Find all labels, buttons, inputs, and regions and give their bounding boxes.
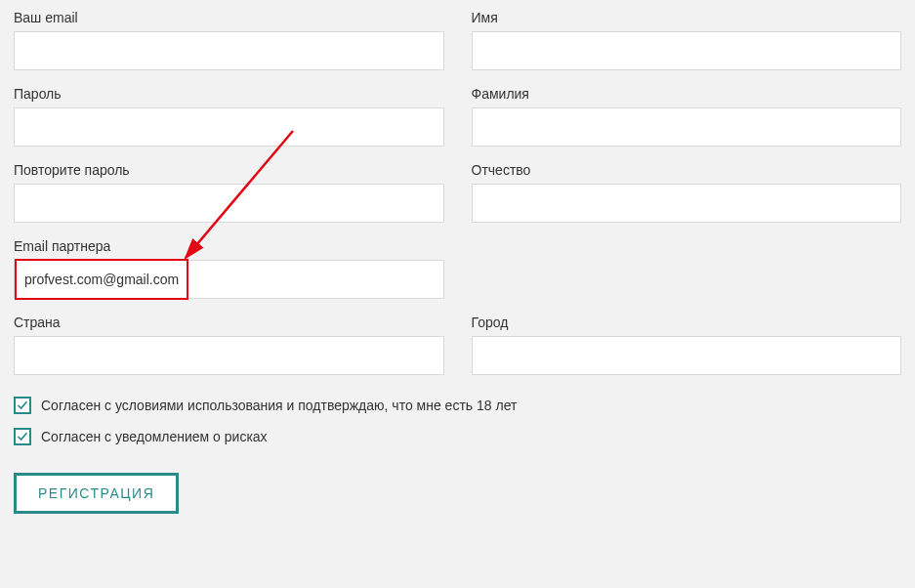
- checkbox-row-terms: Согласен с условиями использования и под…: [14, 397, 901, 414]
- checkbox-risks[interactable]: [14, 428, 31, 445]
- submit-button-frame: РЕГИСТРАЦИЯ: [14, 473, 179, 514]
- input-password-repeat[interactable]: [14, 184, 444, 223]
- checkbox-risks-label: Согласен с уведомлением о рисках: [41, 429, 268, 444]
- field-partner-email: Email партнера: [14, 238, 444, 299]
- field-name: Имя: [472, 10, 902, 70]
- input-password[interactable]: [14, 107, 444, 147]
- checkbox-terms-label: Согласен с условиями использования и под…: [41, 398, 517, 413]
- input-patronymic[interactable]: [472, 184, 902, 223]
- checkbox-terms[interactable]: [14, 397, 31, 414]
- check-icon: [17, 399, 28, 411]
- label-partner-email: Email партнера: [14, 238, 444, 254]
- field-patronymic: Отчество: [472, 162, 902, 223]
- label-password: Пароль: [14, 86, 444, 102]
- register-button[interactable]: РЕГИСТРАЦИЯ: [17, 476, 176, 511]
- label-patronymic: Отчество: [472, 162, 902, 178]
- checkbox-row-risks: Согласен с уведомлением о рисках: [14, 428, 901, 445]
- field-city: Город: [472, 315, 902, 375]
- field-email: Ваш email: [14, 10, 444, 70]
- input-name[interactable]: [472, 31, 902, 70]
- label-password-repeat: Повторите пароль: [14, 162, 444, 178]
- input-email[interactable]: [14, 31, 444, 70]
- label-email: Ваш email: [14, 10, 444, 25]
- agreements-block: Согласен с условиями использования и под…: [14, 397, 901, 445]
- field-country: Страна: [14, 315, 444, 375]
- label-surname: Фамилия: [472, 86, 902, 102]
- check-icon: [17, 431, 28, 442]
- field-surname: Фамилия: [472, 86, 902, 147]
- input-surname[interactable]: [472, 107, 902, 147]
- registration-form: Ваш email Имя Пароль Фамилия Повторите п…: [14, 10, 901, 375]
- label-name: Имя: [472, 10, 902, 25]
- input-city[interactable]: [472, 336, 902, 375]
- field-password: Пароль: [14, 86, 444, 147]
- label-country: Страна: [14, 315, 444, 330]
- label-city: Город: [472, 315, 902, 330]
- input-partner-email[interactable]: [14, 260, 444, 299]
- input-country[interactable]: [14, 336, 444, 375]
- field-password-repeat: Повторите пароль: [14, 162, 444, 223]
